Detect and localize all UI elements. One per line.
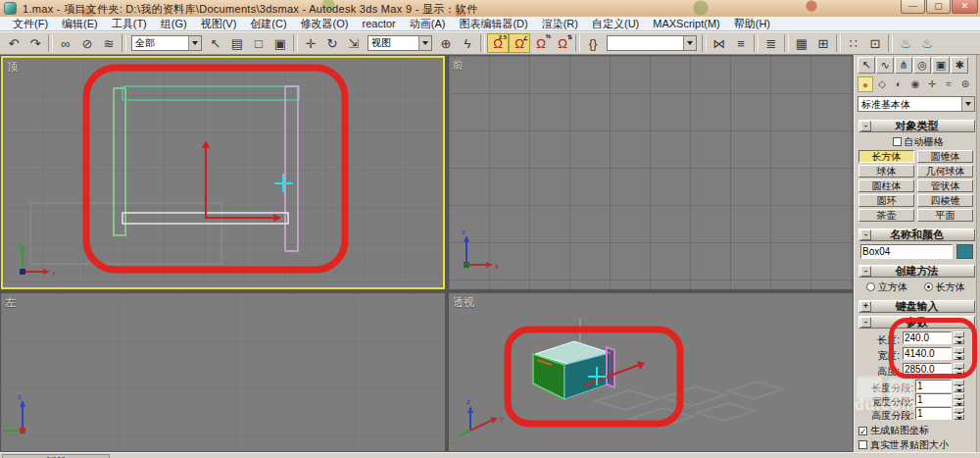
menu-edit[interactable]: 编辑(E): [55, 17, 105, 31]
use-pivot-center-icon[interactable]: ⊕: [435, 33, 457, 53]
align-icon[interactable]: ≡: [730, 33, 752, 53]
angle-snap-icon[interactable]: Ω ∠: [509, 33, 530, 53]
object-color-swatch[interactable]: [956, 244, 973, 259]
systems-category-icon[interactable]: ⊛: [957, 76, 973, 92]
bind-to-spacewarp-icon[interactable]: ≋: [98, 33, 120, 53]
select-and-manipulate-icon[interactable]: ϟ: [457, 33, 478, 53]
viewport-perspective-label[interactable]: 透视: [453, 295, 474, 310]
crossing-selection-icon[interactable]: ▣: [270, 33, 291, 53]
viewport-left[interactable]: 左 z x: [1, 293, 445, 451]
material-editor-icon[interactable]: ∷: [843, 33, 864, 53]
shapes-category-icon[interactable]: ◇: [874, 76, 890, 92]
primitive-type-dropdown[interactable]: 标准基本体: [858, 96, 975, 112]
spacewarps-category-icon[interactable]: ≈: [941, 76, 956, 92]
mirror-icon[interactable]: ⋈: [709, 33, 730, 53]
height-segs-spinner[interactable]: [954, 407, 964, 420]
unlink-selection-icon[interactable]: ⊘: [76, 33, 98, 53]
menu-rendering[interactable]: 渲染(R): [535, 17, 585, 31]
redo-icon[interactable]: ↷: [24, 33, 46, 53]
cameras-category-icon[interactable]: ◉: [907, 76, 923, 92]
length-spinner[interactable]: [954, 331, 964, 344]
render-last-icon[interactable]: ♨: [916, 33, 938, 53]
minimize-button[interactable]: —: [901, 0, 925, 14]
primitive-button-torus[interactable]: 圆环: [858, 194, 914, 207]
menu-maxscript[interactable]: MAXScript(M): [646, 18, 726, 29]
rollout-keyboard-entry[interactable]: + 键盘输入: [858, 300, 975, 313]
close-button[interactable]: ✕: [952, 0, 978, 14]
width-spinner[interactable]: [954, 347, 964, 360]
collapse-icon[interactable]: -: [860, 229, 871, 240]
viewport-perspective[interactable]: 透视: [449, 293, 853, 451]
named-selection-sets-icon[interactable]: {}: [582, 33, 604, 53]
select-and-rotate-icon[interactable]: ↻: [321, 33, 343, 53]
geometry-category-icon[interactable]: ●: [858, 76, 873, 92]
percent-snap-icon[interactable]: Ω %: [530, 33, 552, 53]
helpers-category-icon[interactable]: ✛: [924, 76, 940, 92]
schematic-view-icon[interactable]: ⊞: [812, 33, 834, 53]
viewport-top-label[interactable]: 顶: [7, 60, 18, 75]
menu-animation[interactable]: 动画(A): [403, 17, 453, 31]
primitive-button-pyramid[interactable]: 四棱锥: [917, 194, 973, 207]
time-slider[interactable]: 0/100: [2, 454, 110, 458]
create-tab-icon[interactable]: ↖: [858, 57, 875, 74]
rectangular-selection-icon[interactable]: □: [248, 33, 270, 53]
length-segs-input[interactable]: [915, 380, 952, 392]
menu-tools[interactable]: 工具(T): [105, 17, 154, 31]
display-tab-icon[interactable]: ▣: [932, 57, 950, 74]
primitive-button-sphere[interactable]: 球体: [858, 165, 914, 178]
utilities-tab-icon[interactable]: ✱: [951, 57, 968, 74]
width-segs-input[interactable]: [915, 393, 952, 406]
menu-file[interactable]: 文件(F): [6, 17, 55, 31]
box-outline-teal[interactable]: [122, 86, 299, 100]
collapse-icon[interactable]: -: [860, 317, 871, 328]
viewport-left-label[interactable]: 左: [5, 295, 16, 310]
move-gizmo-axes[interactable]: [206, 146, 275, 218]
chevron-down-icon[interactable]: [418, 36, 431, 50]
expand-icon[interactable]: +: [860, 301, 871, 312]
primitive-button-tube[interactable]: 管状体: [917, 179, 973, 192]
box-object[interactable]: [533, 341, 614, 399]
collapse-icon[interactable]: -: [860, 266, 871, 277]
command-panel-scrollbar[interactable]: [976, 55, 980, 452]
primitive-button-plane[interactable]: 平面: [917, 209, 973, 222]
render-setup-icon[interactable]: ⊡: [864, 33, 886, 53]
layer-manager-icon[interactable]: ≣: [760, 33, 782, 53]
modify-tab-icon[interactable]: ∿: [876, 57, 894, 74]
viewport-top[interactable]: 顶 y x: [1, 56, 445, 289]
primitive-button-geosphere[interactable]: 几何球体: [917, 165, 973, 178]
chevron-down-icon[interactable]: [961, 97, 974, 111]
box-outline-purple[interactable]: [285, 86, 298, 251]
selection-filter-dropdown[interactable]: 全部: [131, 35, 202, 51]
radio-box[interactable]: [924, 282, 933, 291]
select-object-icon[interactable]: ↖: [205, 33, 226, 53]
primitive-button-box[interactable]: 长方体: [858, 150, 914, 163]
rollout-parameters[interactable]: - 参数: [858, 316, 975, 329]
length-segs-spinner[interactable]: [954, 380, 964, 392]
reference-coordinate-dropdown[interactable]: 视图: [368, 35, 432, 51]
length-input[interactable]: [903, 331, 952, 344]
viewport-front-label[interactable]: 前: [453, 58, 464, 73]
quick-render-icon[interactable]: ♨: [895, 33, 916, 53]
menu-modifiers[interactable]: 修改器(O): [294, 17, 356, 31]
primitive-button-cylinder[interactable]: 圆柱体: [858, 179, 914, 192]
height-spinner[interactable]: [954, 363, 964, 376]
hierarchy-tab-icon[interactable]: ⋔: [895, 57, 912, 74]
select-and-scale-icon[interactable]: ⇲: [343, 33, 365, 53]
collapse-icon[interactable]: -: [860, 121, 871, 131]
object-name-input[interactable]: [860, 244, 953, 259]
height-input[interactable]: [903, 363, 952, 376]
gen-mapping-checkbox[interactable]: ✓: [858, 427, 867, 435]
primitive-button-cone[interactable]: 圆锥体: [917, 150, 973, 163]
rollout-name-color[interactable]: - 名称和颜色: [858, 229, 975, 241]
spinner-snap-icon[interactable]: Ω ⇅: [552, 33, 573, 53]
primitive-button-teapot[interactable]: 茶壶: [858, 209, 914, 222]
menu-group[interactable]: 组(G): [154, 17, 194, 31]
chevron-down-icon[interactable]: [683, 36, 696, 50]
rollout-object-type[interactable]: - 对象类型: [858, 120, 975, 132]
chevron-down-icon[interactable]: [188, 36, 201, 50]
width-input[interactable]: [903, 347, 952, 360]
named-selection-dropdown[interactable]: [607, 35, 697, 51]
height-segs-input[interactable]: [915, 407, 952, 420]
select-and-move-icon[interactable]: ✛: [300, 33, 321, 53]
select-by-name-icon[interactable]: ▤: [226, 33, 248, 53]
